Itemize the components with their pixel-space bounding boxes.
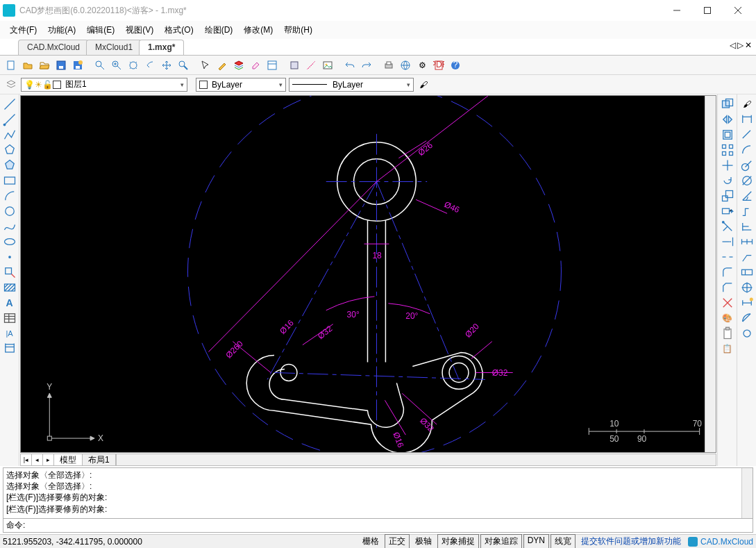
explode-icon[interactable]: [721, 296, 734, 310]
web-icon[interactable]: [398, 58, 412, 72]
brand-label[interactable]: CAD.MxCloud: [688, 537, 753, 547]
extend-icon[interactable]: [721, 235, 734, 249]
dim-aligned-icon[interactable]: [740, 128, 754, 142]
dim-arc-icon[interactable]: [740, 143, 754, 157]
command-input[interactable]: 命令:: [3, 519, 753, 533]
edit-icon[interactable]: [215, 58, 229, 72]
toggle-dyn[interactable]: DYN: [523, 534, 549, 548]
tab-close-icon[interactable]: ✕: [745, 40, 752, 50]
trim-icon[interactable]: [721, 219, 734, 233]
layer-manager-icon[interactable]: [4, 78, 18, 92]
vertical-scrollbar[interactable]: [705, 96, 716, 452]
insert-block-icon[interactable]: [3, 265, 17, 279]
toggle-otrack[interactable]: 对象追踪: [480, 534, 522, 548]
dim-style-icon[interactable]: [740, 311, 754, 325]
sheet-tab-model[interactable]: 模型: [54, 454, 83, 465]
horizontal-scrollbar[interactable]: [117, 454, 716, 465]
offset-icon[interactable]: [721, 128, 734, 142]
dim-angular-icon[interactable]: [740, 189, 754, 203]
toggle-polar[interactable]: 极轴: [411, 534, 436, 548]
mirror-icon[interactable]: [721, 113, 734, 126]
menu-view[interactable]: 视图(V): [120, 22, 159, 39]
polygon-icon[interactable]: [3, 143, 17, 157]
tolerance-icon[interactable]: [740, 265, 754, 279]
new-icon[interactable]: [4, 58, 18, 72]
break-icon[interactable]: [721, 250, 734, 264]
dimension-icon[interactable]: [3, 342, 17, 356]
layer-dropdown[interactable]: 💡☀🔓 图层1 ▾: [21, 78, 187, 92]
brush-icon[interactable]: 🖌: [417, 78, 430, 92]
toggle-grid[interactable]: 栅格: [358, 534, 383, 548]
eraser-icon[interactable]: [249, 58, 262, 72]
zoom-previous-icon[interactable]: [143, 58, 157, 72]
clipboard-icon[interactable]: [721, 326, 734, 340]
move-icon[interactable]: [721, 158, 734, 172]
maximize-button[interactable]: [692, 1, 723, 20]
menu-format[interactable]: 格式(O): [159, 22, 199, 39]
image-icon[interactable]: [321, 58, 335, 72]
block-icon[interactable]: [287, 58, 301, 72]
mtext-icon[interactable]: |A: [3, 326, 17, 340]
saveas-icon[interactable]: [71, 58, 85, 72]
color-dropdown[interactable]: ByLayer ▾: [196, 78, 286, 92]
circle-icon[interactable]: [3, 204, 17, 218]
tab-next-icon[interactable]: ▷: [737, 40, 744, 50]
open-icon[interactable]: [21, 58, 35, 72]
menu-function[interactable]: 功能(A): [42, 22, 81, 39]
point-icon[interactable]: [3, 250, 17, 264]
scale-icon[interactable]: [721, 189, 734, 203]
select-icon[interactable]: [199, 58, 212, 72]
array-icon[interactable]: [721, 143, 734, 157]
redo-icon[interactable]: [360, 58, 373, 72]
sheet-tab-layout1[interactable]: 布局1: [83, 454, 116, 465]
chamfer-icon[interactable]: [721, 281, 734, 294]
tab-cad-mxcloud[interactable]: CAD.MxCloud: [18, 40, 89, 55]
menu-help[interactable]: 帮助(H): [278, 22, 318, 39]
menu-file[interactable]: 文件(F): [4, 22, 42, 39]
zoom-realtime-icon[interactable]: [176, 58, 190, 72]
minimize-button[interactable]: [662, 1, 692, 20]
close-button[interactable]: [723, 1, 753, 20]
settings-icon[interactable]: ⚙: [415, 58, 429, 72]
rotate-icon[interactable]: [721, 174, 734, 188]
polygon2-icon[interactable]: [3, 158, 17, 172]
tab-prev-icon[interactable]: ◁: [730, 40, 736, 50]
tab-mxcloud1[interactable]: MxCloud1: [86, 40, 142, 55]
layers-icon[interactable]: [232, 58, 246, 72]
properties-icon[interactable]: [265, 58, 279, 72]
drawing-canvas[interactable]: Ø260 Ø46 Ø26 18 30° 20° Ø16 Ø32 Ø20 Ø32 …: [20, 95, 716, 453]
sheet-prev-icon[interactable]: ◂: [32, 454, 43, 465]
linetype-dropdown[interactable]: ByLayer ▾: [289, 78, 414, 92]
zoom-window-icon[interactable]: [93, 58, 107, 72]
polyline-icon[interactable]: [3, 128, 17, 142]
pdf-icon[interactable]: PDF: [432, 58, 446, 72]
menu-modify[interactable]: 修改(M): [238, 22, 278, 39]
command-history[interactable]: 选择对象〈全部选择〉: 选择对象〈全部选择〉: [栏选(F)]选择要修剪的对象:…: [3, 467, 753, 519]
dim-linear-icon[interactable]: [740, 113, 754, 126]
stretch-icon[interactable]: [721, 204, 734, 218]
toggle-lineweight[interactable]: 线宽: [551, 534, 576, 548]
dim-update-icon[interactable]: [740, 326, 754, 340]
sheet-next-icon[interactable]: ▸: [43, 454, 54, 465]
zoom-extents-icon[interactable]: [126, 58, 140, 72]
table-icon[interactable]: [3, 311, 17, 325]
print-icon[interactable]: [382, 58, 396, 72]
centermark-icon[interactable]: [740, 281, 754, 294]
measure-icon[interactable]: [304, 58, 318, 72]
menu-draw[interactable]: 绘图(D): [199, 22, 239, 39]
spline-icon[interactable]: [3, 219, 17, 233]
cmd-scrollbar[interactable]: [741, 468, 753, 518]
dim-radius-icon[interactable]: [740, 158, 754, 172]
rectangle-icon[interactable]: [3, 174, 17, 188]
arc-icon[interactable]: [3, 189, 17, 203]
menu-edit[interactable]: 编辑(E): [81, 22, 120, 39]
matchprop-icon[interactable]: 🖌: [740, 97, 754, 111]
paste-icon[interactable]: 📋: [721, 342, 734, 356]
zoom-in-icon[interactable]: [110, 58, 124, 72]
dim-edit-icon[interactable]: [740, 296, 754, 310]
undo-icon[interactable]: [343, 58, 357, 72]
fillet-icon[interactable]: [721, 265, 734, 279]
text-icon[interactable]: A: [3, 296, 17, 310]
copy-icon[interactable]: [721, 97, 734, 111]
leader-icon[interactable]: [740, 250, 754, 264]
